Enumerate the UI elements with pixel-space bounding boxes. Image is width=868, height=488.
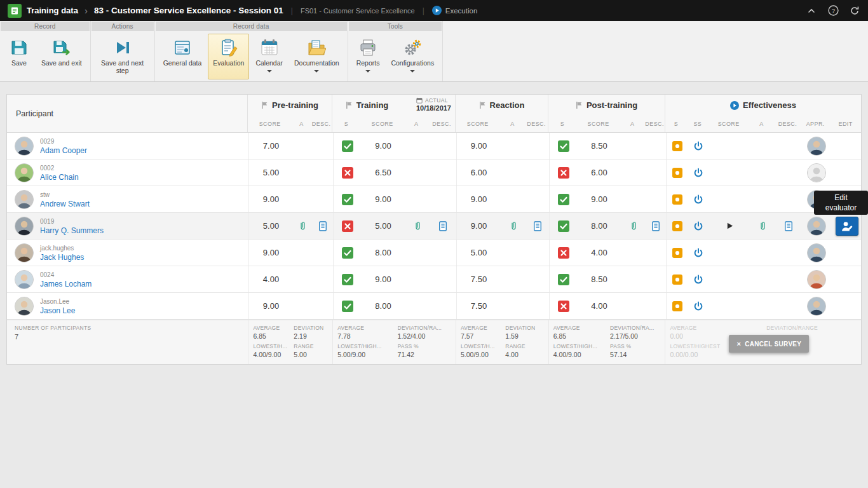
approver-avatar[interactable] bbox=[807, 270, 826, 289]
effectiveness-survey-icon[interactable] bbox=[688, 133, 709, 159]
training-status-fail-icon[interactable] bbox=[333, 213, 361, 239]
documentation-button[interactable]: Documentation bbox=[289, 34, 344, 79]
post-status-pass-icon[interactable] bbox=[549, 133, 577, 159]
stat-cell: AVERAGE6.85 bbox=[550, 323, 607, 341]
training-description-icon[interactable] bbox=[430, 213, 456, 239]
participant-name[interactable]: Harry Q. Summers bbox=[40, 226, 104, 235]
calendar-button[interactable]: Calendar bbox=[250, 34, 288, 79]
effectiveness-survey-icon[interactable] bbox=[688, 186, 709, 212]
training-status-pass-icon[interactable] bbox=[333, 266, 361, 292]
effectiveness-survey-icon[interactable] bbox=[688, 293, 709, 319]
approver-avatar[interactable] bbox=[807, 137, 826, 156]
participant-name[interactable]: James Locham bbox=[40, 280, 92, 288]
participant-name[interactable]: Adam Cooper bbox=[40, 146, 87, 155]
column-group-reaction[interactable]: Reaction SCORE A DESC. bbox=[455, 95, 548, 132]
effectiveness-status-icon[interactable] bbox=[666, 293, 688, 319]
participant-name[interactable]: Jason Lee bbox=[40, 306, 75, 315]
training-status-pass-icon[interactable] bbox=[333, 133, 361, 159]
save-and-next-step-button[interactable]: Save and next step bbox=[94, 34, 151, 79]
collapse-ribbon-icon[interactable] bbox=[806, 5, 817, 17]
approver-cell bbox=[802, 159, 831, 186]
stat-value: 4.00/9.00 bbox=[253, 351, 287, 358]
effectiveness-status-icon[interactable] bbox=[666, 186, 688, 212]
column-group-effectiveness[interactable]: Effectiveness S SS SCORE A DESC. APPR. E… bbox=[665, 95, 861, 132]
general-data-button[interactable]: General data bbox=[158, 34, 207, 79]
help-icon[interactable]: ? bbox=[827, 5, 839, 17]
participant-cell: 0029Adam Cooper bbox=[7, 133, 248, 159]
effectiveness-start-survey-icon bbox=[709, 133, 750, 159]
post-status-fail-icon[interactable] bbox=[549, 159, 577, 186]
effectiveness-status-icon[interactable] bbox=[666, 240, 688, 266]
stat-value: 57.14 bbox=[610, 351, 660, 358]
column-header-participant[interactable]: Participant bbox=[7, 95, 247, 132]
effectiveness-survey-icon[interactable] bbox=[688, 213, 709, 239]
pre-description-icon bbox=[312, 240, 333, 266]
effectiveness-status-icon[interactable] bbox=[666, 213, 688, 239]
post-status-pass-icon[interactable] bbox=[549, 213, 577, 239]
training-status-fail-icon[interactable] bbox=[333, 159, 361, 186]
stat-value: 4.00 bbox=[505, 351, 543, 358]
effectiveness-status-icon[interactable] bbox=[666, 266, 688, 292]
column-group-post-training[interactable]: Post-training S SCORE A DESC. bbox=[548, 95, 665, 132]
column-group-training[interactable]: Training ACTUAL 10/18/2017 S SCORE A DES… bbox=[332, 95, 455, 132]
reaction-score: 5.00 bbox=[456, 240, 501, 266]
table-row[interactable]: stwAndrew Stwart9.009.009.009.00 bbox=[7, 186, 861, 213]
table-row[interactable]: 0029Adam Cooper7.009.009.008.50 bbox=[7, 133, 861, 159]
effectiveness-survey-icon[interactable] bbox=[688, 159, 709, 186]
approver-avatar[interactable] bbox=[807, 243, 826, 262]
save-button[interactable]: Save bbox=[3, 34, 35, 79]
column-group-pre-training[interactable]: Pre-training SCORE A DESC. bbox=[247, 95, 332, 132]
effectiveness-survey-icon[interactable] bbox=[688, 266, 709, 292]
effectiveness-survey-icon[interactable] bbox=[688, 240, 709, 266]
effectiveness-status-icon[interactable] bbox=[666, 159, 688, 186]
post-attachment-icon[interactable] bbox=[621, 213, 646, 239]
breadcrumb-root[interactable]: Training data bbox=[27, 6, 78, 15]
participant-name[interactable]: Andrew Stwart bbox=[40, 200, 90, 208]
footer-stats-pre: AVERAGE6.85DEVIATION2.19LOWEST/H...4.00/… bbox=[248, 320, 332, 364]
approver-avatar[interactable] bbox=[807, 163, 826, 182]
post-description-icon[interactable] bbox=[646, 213, 666, 239]
reaction-description-icon[interactable] bbox=[526, 213, 549, 239]
configurations-button[interactable]: Configurations bbox=[386, 34, 439, 79]
training-status-pass-icon[interactable] bbox=[333, 186, 361, 212]
evaluation-button[interactable]: Evaluation bbox=[208, 34, 249, 79]
ribbon-group-record: Record Save Save and exit bbox=[0, 21, 91, 81]
subcol-attachment: A bbox=[749, 121, 775, 127]
table-row[interactable]: jack.hughesJack Hughes9.008.005.004.00 bbox=[7, 240, 861, 266]
cancel-survey-button[interactable]: ×CANCEL SURVEY bbox=[729, 335, 809, 353]
post-status-fail-icon[interactable] bbox=[549, 293, 577, 319]
post-status-pass-icon[interactable] bbox=[549, 266, 577, 292]
page-title: 83 - Customer Service Excellence - Sessi… bbox=[94, 6, 283, 15]
training-attachment-icon bbox=[405, 266, 430, 292]
footer-stats-eff: AVERAGE0.00DEVIATION/RANGELOWEST/HIGHEST… bbox=[665, 320, 861, 364]
refresh-icon[interactable] bbox=[849, 5, 860, 17]
table-row[interactable]: 0024James Locham4.009.007.508.50 bbox=[7, 266, 861, 293]
app-logo-icon[interactable] bbox=[8, 4, 22, 18]
post-status-fail-icon[interactable] bbox=[549, 240, 577, 266]
effectiveness-status-icon[interactable] bbox=[666, 133, 688, 159]
table-row[interactable]: 0002Alice Chain5.006.506.006.00 bbox=[7, 159, 861, 186]
reports-button[interactable]: Reports bbox=[351, 34, 385, 79]
reaction-score: 6.00 bbox=[456, 159, 501, 186]
table-row[interactable]: 0019Harry Q. Summers5.005.009.008.00 bbox=[7, 213, 861, 240]
effectiveness-attachment-icon[interactable] bbox=[750, 213, 775, 239]
training-attachment-icon bbox=[405, 133, 430, 159]
pre-description-icon[interactable] bbox=[312, 213, 333, 239]
training-status-pass-icon[interactable] bbox=[333, 293, 361, 319]
post-status-pass-icon[interactable] bbox=[549, 186, 577, 212]
pre-attachment-icon[interactable] bbox=[293, 213, 312, 239]
approver-avatar[interactable] bbox=[807, 217, 826, 236]
effectiveness-start-survey-icon[interactable] bbox=[709, 213, 750, 239]
reaction-attachment-icon[interactable] bbox=[501, 213, 526, 239]
training-status-pass-icon[interactable] bbox=[333, 240, 361, 266]
training-attachment-icon[interactable] bbox=[405, 213, 430, 239]
subcol-ss: SS bbox=[687, 121, 709, 127]
participant-name[interactable]: Jack Hughes bbox=[40, 253, 84, 262]
post-description-icon bbox=[646, 186, 666, 212]
effectiveness-description-icon[interactable] bbox=[775, 213, 802, 239]
save-and-exit-button[interactable]: Save and exit bbox=[36, 34, 87, 79]
table-row[interactable]: Jason.LeeJason Lee9.008.007.504.00 bbox=[7, 293, 861, 320]
approver-avatar[interactable] bbox=[807, 297, 826, 316]
edit-evaluator-button[interactable] bbox=[836, 217, 858, 236]
participant-name[interactable]: Alice Chain bbox=[40, 173, 79, 182]
